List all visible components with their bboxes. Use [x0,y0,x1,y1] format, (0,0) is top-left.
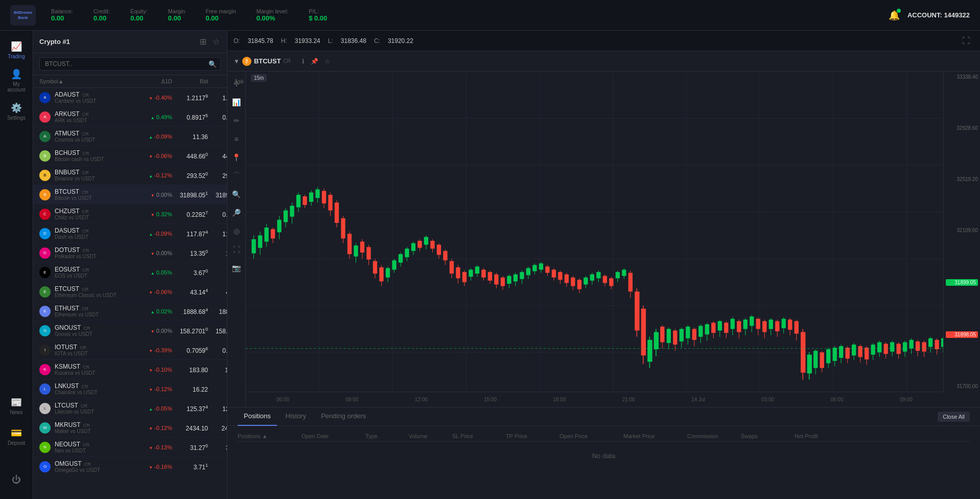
sym-ticker: KSMUST CR [55,363,95,370]
sidebar-item-power[interactable]: ⏻ [3,466,31,494]
sym-delta: ▼ -0.40% [131,95,172,101]
symbol-row-ltcust[interactable]: L LTCUST CR Litecoin vs USDT ▲ -0.05% 12… [33,399,227,418]
bar-chart-tool[interactable]: 📊 [229,95,244,109]
sym-ask: 293.847 [208,171,227,179]
close-all-button[interactable]: Close All [938,412,970,422]
sidebar-item-news[interactable]: 📰 News [3,392,31,420]
symbol-row-arkust[interactable]: A ARKUST CR ARK vs USDT ▲ 0.49% 0.89175 … [33,107,227,127]
symbol-row-atmust[interactable]: A ATMUST CR Cosmos vs USDT ▲ -0.09% 11.3… [33,127,227,146]
search-input[interactable] [39,57,221,71]
symbol-row-omgust[interactable]: O OMGUST CR OmegaGo vs USDT ▼ -0.16% 3.7… [33,457,227,477]
symbol-row-dasust[interactable]: D DASUST CR Dash vs USDT ▲ -0.09% 117.87… [33,224,227,243]
sym-ticker: IOTUST CR [55,344,88,351]
svg-rect-34 [309,192,313,201]
symbol-row-ksmust[interactable]: K KSMUST CR Kusama vs USDT ▼ -0.10% 183.… [33,360,227,379]
svg-rect-78 [450,261,454,274]
sym-name-text: GNOUST CR Gnosis vs USDT [55,324,92,337]
symbol-row-etcust[interactable]: E ETCUST CR Ethereum Classic vs USDT ▼ -… [33,282,227,302]
sym-ask: 1888.684 [208,307,227,315]
sym-full: Ethereum vs USDT [55,312,99,317]
svg-rect-126 [603,276,607,283]
svg-rect-190 [807,355,812,374]
sym-name-col: B BCHUST CR Bitcoin cash vs USDT [39,149,131,162]
arrow-down-icon: ▼ [149,368,153,373]
chart-info-button[interactable]: ℹ [301,57,306,66]
symbol-row-ethust[interactable]: E ETHUST CR Ethereum vs USDT ▲ 0.02% 188… [33,302,227,321]
sym-bid: 3.711 [172,463,208,471]
sym-delta: ▼ 0.00% [131,250,172,256]
sym-name-col: O OMGUST CR OmegaGo vs USDT [39,460,131,473]
price-axis: 33338.40 32928.60 32519.20 32109.60 3189… [943,72,980,392]
sidebar-item-settings[interactable]: ⚙️ Settings [3,97,31,125]
sidebar-item-trading[interactable]: 📈 Trading [3,36,31,64]
sidebar-item-deposit[interactable]: 💳 Deposit [3,422,31,450]
svg-rect-66 [411,243,415,251]
pin-tool[interactable]: 📍 [229,150,244,165]
target-tool[interactable]: ◎ [229,224,244,238]
sym-logo: O [39,461,51,472]
symbol-row-dotust[interactable]: D DOTUST CR Polkadot vs USDT ▼ 0.00% 13.… [33,243,227,263]
sym-full: Litecoin vs USDT [55,409,94,415]
symbol-row-gnoust[interactable]: G GNOUST CR Gnosis vs USDT ▼ 0.00% 158.2… [33,321,227,341]
symbol-row-neoust[interactable]: N NEOUST CR Neo vs USDT ▼ -0.13% 31.270 … [33,438,227,457]
svg-rect-92 [494,275,498,285]
sym-full: Neo vs USDT [55,448,89,453]
price-level-4: 32109.60 [946,228,978,233]
curve-tool[interactable]: ⌒ [229,169,244,183]
sym-full: ARK vs USDT [55,118,89,123]
tab-positions[interactable]: Positions [238,407,277,426]
symbol-row-mkrust[interactable]: M MKRUST CR Maker vs USDT ▼ -0.12% 2434.… [33,418,227,438]
sym-ask: 0.22827 [208,210,227,218]
expand-chart-button[interactable]: ⛶ [961,35,971,47]
arrow-up-icon: ▲ [149,135,153,140]
symbol-row-chzust[interactable]: C CHZUST CR Chiliz vs USDT ▼ 0.32% 0.228… [33,205,227,224]
fit-tool[interactable]: ⛶ [229,242,244,257]
chart-star-button[interactable]: ☆ [323,57,331,66]
svg-rect-108 [545,266,549,273]
symbol-row-btcust[interactable]: B BTCUST CR Bitcoin vs USDT ▼ 0.00% 3189… [33,185,227,205]
favorite-button[interactable]: ☆ [212,36,221,48]
sym-bid: 31.270 [172,443,208,451]
stat-pl: P/L: $ 0.00 [309,8,327,22]
screenshot-tool[interactable]: 📷 [229,261,244,275]
sidebar-item-account[interactable]: 👤 Myaccount [3,66,31,95]
sym-logo: C [39,209,51,220]
sym-name-col: M MKRUST CR Maker vs USDT [39,421,131,434]
symbol-row-bnbust[interactable]: B BNBUST CR Binance vs USDT ▲ -0.12% 293… [33,166,227,185]
svg-rect-130 [616,272,620,278]
sym-cr: CR [82,306,88,311]
pen-tool[interactable]: ✏ [229,114,244,128]
zoom-in-tool[interactable]: 🔍 [229,187,244,201]
sym-ticker: BCHUST CR [55,149,104,156]
sym-ticker: DOTUST CR [55,246,97,254]
tab-history[interactable]: History [279,407,312,426]
col-volume: Volume [409,433,450,439]
symbol-row-adaust[interactable]: A ADAUST CR Cardano vs USDT ▼ -0.40% 1.2… [33,88,227,107]
chart-pin-button[interactable]: 📌 [310,57,319,66]
svg-rect-166 [731,319,735,329]
sym-name-col: A ATMUST CR Cosmos vs USDT [39,130,131,143]
arrow-down-icon: ▼ [151,213,155,217]
sidebar-item-news-label: News [10,410,22,415]
svg-rect-146 [667,329,671,343]
sym-cr: CR [82,267,89,273]
col-symbol: Symbol▲ [39,78,131,84]
sym-ask: 3.711 [208,463,227,471]
svg-rect-214 [884,344,888,354]
grid-view-button[interactable]: ⊞ [199,36,207,48]
sym-name-text: BTCUST CR Bitcoin vs USDT [55,188,92,201]
text-tool[interactable]: ≡ [229,132,244,146]
symbol-row-bchust[interactable]: B BCHUST CR Bitcoin cash vs USDT ▼ -0.06… [33,146,227,166]
svg-rect-106 [539,263,543,269]
notification-bell[interactable]: 🔔 [889,10,900,21]
svg-rect-26 [284,211,288,222]
symbol-row-eosust[interactable]: E EOSUST CR EOS vs USDT ▲ 0.05% 3.670 3.… [33,263,227,282]
symbol-row-iotust[interactable]: I IOTUST CR IOTA vs USDT ▼ -0.39% 0.7059… [33,341,227,360]
svg-rect-134 [628,273,633,292]
svg-rect-118 [577,280,581,289]
sym-logo: A [39,92,51,103]
tab-pending-orders[interactable]: Pending orders [315,407,372,426]
symbol-row-lnkust[interactable]: L LNKUST CR Chainlink vs USDT ▼ -0.12% 1… [33,379,227,399]
col-open-date: Open Date [301,433,363,439]
zoom-out-tool[interactable]: 🔎 [229,206,244,220]
